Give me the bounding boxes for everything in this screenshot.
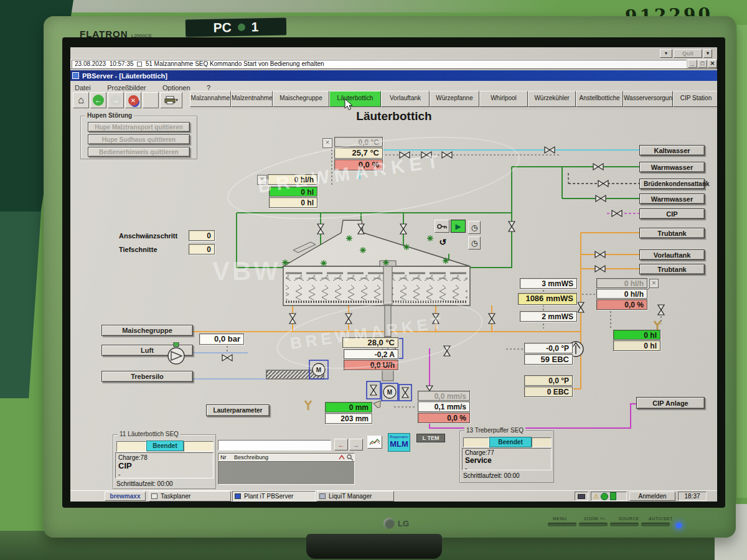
tab-malzannahme[interactable]: Malzannahme	[190, 91, 231, 107]
alarm-ack-icon-2: ✕	[257, 175, 267, 185]
warmwasser-button-2[interactable]: Warmwasser	[639, 194, 705, 204]
tab-anstellbottiche[interactable]: Anstellbottiche	[576, 91, 623, 107]
alarm-ack-icon: ✕	[322, 138, 332, 148]
window-title: PBServer - [Läuterbottich]	[82, 72, 167, 80]
seq2-info-panel: Charge:77 Service -	[462, 448, 552, 470]
bezel-menu-label: MENU	[553, 516, 567, 521]
printer-icon	[164, 96, 176, 105]
forward-button[interactable]: →	[108, 92, 124, 108]
tray-icons[interactable]: ⚠	[591, 492, 627, 501]
trend-button[interactable]	[367, 436, 382, 449]
bezel-button-zoom[interactable]	[579, 523, 608, 526]
reset-button[interactable]: ↺	[437, 236, 448, 247]
tab-vorlauftank[interactable]: Vorlauftank	[381, 91, 430, 107]
restore-icon[interactable]: □	[698, 60, 707, 68]
value-out-pct: 0,0 %	[596, 299, 647, 310]
start-button[interactable]: ▶	[451, 220, 466, 233]
trebersilo-button[interactable]: Trebersilo	[101, 371, 193, 382]
value-plato2: 0,0 °P	[524, 375, 573, 386]
back-button[interactable]: ←	[90, 92, 106, 108]
monitor-brand: FLATRON L2000CE	[80, 29, 152, 39]
tab-malzentnahme[interactable]: Malzentnahme	[231, 91, 273, 107]
panel-down-button[interactable]: ▼	[660, 49, 672, 58]
bezel-button-autoset[interactable]	[641, 523, 670, 526]
lg-logo-icon: LG	[383, 518, 409, 529]
timer-button-2[interactable]: ◷	[468, 236, 481, 250]
bedienerhinweis-button[interactable]: Bedienerhinweis quittieren	[88, 147, 190, 157]
alarm-line: 23.08.2023 10:57:35 51 Malzannahme SEQ K…	[72, 60, 687, 68]
print-button[interactable]: ▾	[160, 92, 182, 108]
quit-button[interactable]: Quit	[674, 49, 702, 58]
ltem-button[interactable]: L TEM	[416, 434, 445, 442]
message-listbox[interactable]	[218, 461, 355, 485]
hupen-group-title: Hupen Störung	[85, 112, 134, 119]
close-icon[interactable]: ✕	[708, 60, 717, 68]
tab-wasserversorgung[interactable]: Wasserversorgung	[623, 91, 673, 107]
tab-whirlpool[interactable]: Whirlpool	[479, 91, 528, 107]
task-liquit[interactable]: LiquiT Manager	[317, 491, 394, 502]
tab-cip-station[interactable]: CIP Station	[673, 91, 717, 107]
maischegruppe-button[interactable]: Maischegruppe	[101, 325, 193, 336]
value-top-temp: 25,7 °C	[334, 147, 383, 159]
key-button[interactable]	[435, 220, 449, 233]
key-icon	[437, 223, 447, 230]
seq2-status-right	[532, 437, 552, 447]
app-icon	[72, 72, 79, 79]
value-vol2: 0 hl	[613, 340, 660, 351]
titlebar[interactable]: PBServer - [Läuterbottich]	[70, 70, 717, 81]
tab-bar: Malzannahme Malzentnahme Maischegruppe L…	[190, 91, 717, 107]
tab-maischegruppe[interactable]: Maischegruppe	[273, 91, 329, 107]
pc-sticker: PC1	[186, 18, 286, 37]
tiefschnitte-value[interactable]: 0	[189, 244, 215, 254]
filter-magnifier-icons[interactable]	[338, 454, 354, 461]
trubtank-button-2[interactable]: Trubtank	[639, 264, 705, 274]
toolbar-spacer-button[interactable]	[143, 92, 159, 108]
seq1-charge: Charge:78	[118, 454, 210, 461]
beschreibung-input[interactable]	[218, 440, 331, 450]
lauterparameter-button[interactable]: Lauterparameter	[206, 404, 270, 416]
bezel-source-label: SOURCE	[619, 516, 639, 521]
tray-display-icon[interactable]	[575, 492, 588, 501]
tab-wuerzekuehler[interactable]: Würzekühler	[528, 91, 576, 107]
tab-wuerzepfanne[interactable]: Würzepfanne	[430, 91, 479, 107]
value-speed-alt: 0,0 mm/s	[418, 391, 470, 401]
task-pbserver[interactable]: Plant iT PBServer	[232, 491, 316, 502]
col-nr: Nr	[220, 454, 227, 460]
seq1-status: Beendet	[146, 441, 184, 451]
cancel-button[interactable]: ✕	[125, 92, 141, 108]
quit-more-button[interactable]: ▾	[703, 49, 712, 58]
seq1-info-panel: Charge:78 CIP -	[115, 452, 214, 478]
motor-label: M	[316, 366, 321, 373]
msg-prev-button[interactable]: ←	[334, 439, 348, 450]
hupe-sudhaus-button[interactable]: Hupe Sudhaus quittieren	[88, 134, 190, 144]
alarm-checkbox[interactable]	[137, 62, 142, 67]
vorlauftank-button[interactable]: Vorlauftank	[639, 250, 705, 260]
timer-button[interactable]: ◷	[468, 221, 481, 234]
minimize-icon[interactable]: _	[688, 60, 697, 68]
status-clock-icon	[601, 493, 608, 500]
bezel-button-source[interactable]	[610, 523, 639, 526]
mlm-button[interactable]: Ruppmann MLM	[388, 433, 410, 452]
warmwasser-button[interactable]: Warmwasser	[639, 162, 705, 172]
anschwaenzschritt-value[interactable]: 0	[189, 230, 215, 241]
cip-anlage-button[interactable]: CIP Anlage	[636, 397, 705, 409]
tab-laeuterbottich[interactable]: Läuterbottich	[329, 91, 381, 107]
hupe-malztransport-button[interactable]: Hupe Malztransport quittieren	[88, 122, 190, 132]
cip-button[interactable]: CIP	[639, 208, 705, 219]
bezel-button-menu[interactable]	[548, 523, 576, 526]
bruedenkondensattank-button[interactable]: Brüdenkondensattank	[639, 179, 705, 189]
task-taskplaner[interactable]: Taskplaner	[149, 491, 231, 502]
tiefschnitte-label: Tiefschnitte	[119, 246, 157, 253]
seq2-status-left	[463, 437, 489, 447]
trubtank-button[interactable]: Trubtank	[639, 228, 705, 238]
home-button[interactable]: ⌂	[73, 92, 89, 108]
display-glyph	[578, 494, 585, 499]
seq2-title: 13 Treberpuffer SEQ	[464, 427, 525, 434]
wall-highlight	[737, 25, 747, 498]
monitor-model: L2000CE	[131, 33, 152, 39]
msg-next-button[interactable]: →	[349, 439, 363, 450]
anmelden-button[interactable]: Anmelden	[629, 492, 675, 501]
kaltwasser-button[interactable]: Kaltwasser	[639, 145, 705, 156]
start-button-brewmaxx[interactable]: brewmaxx	[105, 492, 146, 501]
seq1-runtime: Schrittlaufzeit: 00:00	[116, 480, 173, 487]
